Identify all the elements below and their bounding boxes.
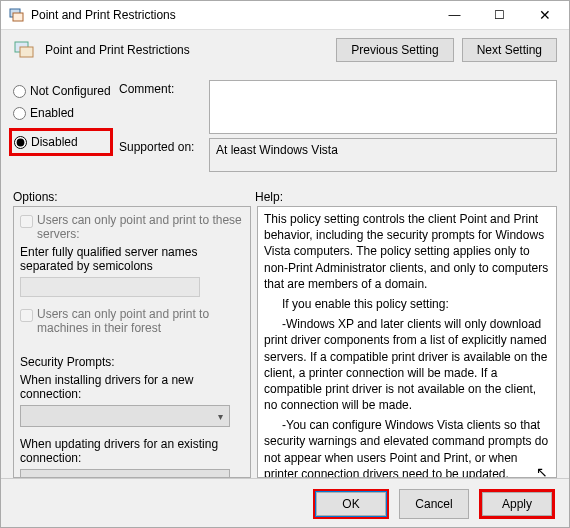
policy-title: Point and Print Restrictions — [45, 43, 336, 57]
checkbox-forest-label: Users can only point and print to machin… — [37, 307, 244, 335]
radio-enabled[interactable] — [13, 107, 26, 120]
previous-setting-button[interactable]: Previous Setting — [336, 38, 453, 62]
install-drivers-label: When installing drivers for a new connec… — [20, 373, 244, 401]
state-radios: Not Configured Enabled Disabled — [13, 80, 113, 172]
radio-not-configured[interactable] — [13, 85, 26, 98]
window-controls: — ☐ ✕ — [432, 1, 567, 29]
window-title: Point and Print Restrictions — [31, 8, 432, 22]
checkbox-servers-label: Users can only point and print to these … — [37, 213, 244, 241]
next-setting-button[interactable]: Next Setting — [462, 38, 557, 62]
comment-label: Comment: — [119, 80, 201, 134]
chevron-down-icon: ▾ — [211, 475, 229, 479]
gp-dialog: Point and Print Restrictions — ☐ ✕ Point… — [0, 0, 570, 528]
ok-button[interactable]: OK — [316, 492, 386, 516]
supported-label: Supported on: — [119, 138, 201, 172]
update-drivers-label: When updating drivers for an existing co… — [20, 437, 244, 465]
help-panel: This policy setting controls the client … — [257, 206, 557, 478]
security-prompts-heading: Security Prompts: — [20, 355, 244, 369]
help-text: -Windows XP and later clients will only … — [264, 316, 550, 413]
svg-rect-1 — [13, 13, 23, 21]
supported-on-value: At least Windows Vista — [209, 138, 557, 172]
chevron-down-icon: ▾ — [211, 411, 229, 422]
minimize-button[interactable]: — — [432, 1, 477, 29]
label-disabled: Disabled — [31, 135, 78, 149]
comment-textarea[interactable] — [209, 80, 557, 134]
config-area: Not Configured Enabled Disabled Comment:… — [1, 74, 569, 174]
close-button[interactable]: ✕ — [522, 1, 567, 29]
help-text: This policy setting controls the client … — [264, 211, 550, 292]
cancel-button[interactable]: Cancel — [399, 489, 469, 519]
enter-server-names-label: Enter fully qualified server names separ… — [20, 245, 244, 273]
options-heading: Options: — [13, 190, 245, 204]
app-icon — [9, 7, 25, 23]
svg-rect-3 — [20, 47, 33, 57]
server-names-input — [20, 277, 200, 297]
update-drivers-combo: ▾ — [20, 469, 230, 478]
header-row: Point and Print Restrictions Previous Se… — [1, 30, 569, 66]
label-enabled: Enabled — [30, 106, 74, 120]
options-panel: Users can only point and print to these … — [13, 206, 251, 478]
help-text: If you enable this policy setting: — [264, 296, 550, 312]
apply-button[interactable]: Apply — [482, 492, 552, 516]
install-drivers-combo: ▾ — [20, 405, 230, 427]
checkbox-forest-only — [20, 309, 33, 322]
label-not-configured: Not Configured — [30, 84, 111, 98]
checkbox-servers-only — [20, 215, 33, 228]
policy-icon — [13, 38, 37, 62]
footer: OK Cancel Apply — [1, 478, 569, 528]
maximize-button[interactable]: ☐ — [477, 1, 522, 29]
help-heading: Help: — [255, 190, 283, 204]
lower-area: Users can only point and print to these … — [1, 206, 569, 478]
help-text: -You can configure Windows Vista clients… — [264, 417, 550, 478]
labels-row: Options: Help: — [1, 182, 569, 206]
radio-disabled[interactable] — [14, 136, 27, 149]
titlebar: Point and Print Restrictions — ☐ ✕ — [1, 1, 569, 30]
